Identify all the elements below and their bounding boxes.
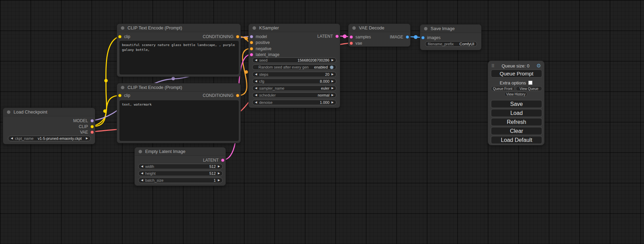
- drag-handle-icon[interactable]: ⠿: [491, 63, 495, 69]
- link-midpoint-dot[interactable]: [171, 77, 175, 80]
- height-widget[interactable]: ◀ height 512 ▶: [138, 171, 223, 176]
- gear-icon[interactable]: ⚙: [537, 63, 541, 69]
- prompt-textarea[interactable]: beautiful scenery nature glass bottle la…: [120, 41, 239, 74]
- input-slot-samples[interactable]: samples: [350, 35, 371, 39]
- image-output-dot[interactable]: [406, 35, 409, 39]
- node-title-bar[interactable]: CLIP Text Encode (Prompt): [117, 24, 240, 32]
- increment-arrow-icon[interactable]: ▶: [218, 165, 220, 168]
- decrement-arrow-icon[interactable]: ◀: [141, 165, 143, 168]
- link-midpoint-dot[interactable]: [104, 79, 108, 82]
- decrement-arrow-icon[interactable]: ◀: [141, 179, 143, 182]
- node-graph-canvas[interactable]: Load Checkpoint MODEL CLIP VAE ◀ ckpt_na…: [0, 0, 644, 244]
- latent-output-dot[interactable]: [221, 159, 224, 162]
- images-input-dot[interactable]: [421, 36, 425, 39]
- node-empty-latent-image[interactable]: Empty Latent Image LATENT ◀ width 512 ▶ …: [134, 147, 226, 186]
- save-button[interactable]: Save: [491, 100, 542, 108]
- seed-widget[interactable]: ◀ seed 156680208700286 ▶: [252, 57, 336, 63]
- decrement-arrow-icon[interactable]: ◀: [255, 94, 257, 97]
- node-clip-text-encode-positive[interactable]: CLIP Text Encode (Prompt) clip CONDITION…: [117, 24, 241, 77]
- node-collapse-dot[interactable]: [121, 26, 124, 30]
- node-ksampler[interactable]: KSampler model positive negative latent_…: [248, 24, 340, 108]
- decrement-arrow-icon[interactable]: ◀: [255, 101, 257, 104]
- input-slot-positive[interactable]: positive: [250, 40, 270, 45]
- vae-input-dot[interactable]: [350, 42, 353, 45]
- input-slot-clip[interactable]: clip: [118, 34, 130, 39]
- random-seed-toggle-widget[interactable]: Random seed after every gen enabled: [252, 64, 336, 70]
- node-collapse-dot[interactable]: [7, 110, 10, 114]
- scheduler-widget[interactable]: ◀ scheduler normal ▶: [252, 92, 336, 98]
- increment-arrow-icon[interactable]: ▶: [218, 179, 220, 182]
- decrement-arrow-icon[interactable]: ◀: [255, 80, 257, 83]
- increment-arrow-icon[interactable]: ▶: [332, 101, 334, 104]
- output-slot-conditioning[interactable]: CONDITIONING: [203, 93, 239, 98]
- node-title-bar[interactable]: CLIP Text Encode (Prompt): [117, 83, 240, 92]
- node-save-image[interactable]: Save Image images filename_prefix ComfyU…: [420, 24, 482, 50]
- queue-front-button[interactable]: Queue Front: [491, 86, 514, 91]
- batch-size-widget[interactable]: ◀ batch_size 1 ▶: [138, 178, 223, 183]
- output-slot-model[interactable]: MODEL: [73, 118, 94, 123]
- model-output-dot[interactable]: [90, 119, 94, 123]
- node-title-bar[interactable]: KSampler: [249, 24, 340, 32]
- latent-input-dot[interactable]: [250, 53, 253, 56]
- node-vae-decode[interactable]: VAE Decode samples vae IMAGE: [348, 24, 411, 47]
- increment-arrow-icon[interactable]: ▶: [332, 80, 334, 83]
- link-midpoint-dot[interactable]: [245, 37, 248, 40]
- node-clip-text-encode-negative[interactable]: CLIP Text Encode (Prompt) clip CONDITION…: [117, 83, 241, 143]
- toggle-dot[interactable]: [330, 65, 334, 69]
- ckpt-name-widget[interactable]: ◀ ckpt_name v1-5-pruned-emaonly.ckpt ▶: [8, 136, 91, 141]
- denoise-widget[interactable]: ◀ denoise 1.000 ▶: [252, 100, 336, 105]
- decrement-arrow-icon[interactable]: ◀: [255, 73, 257, 76]
- output-slot-latent[interactable]: LATENT: [317, 34, 339, 39]
- node-title-bar[interactable]: Empty Latent Image: [135, 147, 226, 156]
- node-load-checkpoint[interactable]: Load Checkpoint MODEL CLIP VAE ◀ ckpt_na…: [3, 108, 95, 144]
- output-slot-clip[interactable]: CLIP: [79, 124, 94, 129]
- steps-widget[interactable]: ◀ steps 20 ▶: [252, 72, 336, 77]
- decrement-arrow-icon[interactable]: ◀: [255, 59, 257, 62]
- conditioning-output-dot[interactable]: [236, 94, 239, 97]
- latent-output-dot[interactable]: [335, 35, 339, 38]
- input-slot-images[interactable]: images: [421, 35, 441, 40]
- decrement-arrow-icon[interactable]: ◀: [141, 172, 143, 175]
- output-slot-conditioning[interactable]: CONDITIONING: [203, 34, 239, 39]
- clip-input-dot[interactable]: [118, 35, 122, 38]
- increment-arrow-icon[interactable]: ▶: [86, 137, 88, 140]
- conditioning-output-dot[interactable]: [236, 35, 239, 38]
- node-title-bar[interactable]: VAE Decode: [349, 24, 410, 32]
- increment-arrow-icon[interactable]: ▶: [332, 87, 334, 90]
- node-collapse-dot[interactable]: [424, 27, 427, 30]
- load-default-button[interactable]: Load Default: [491, 136, 542, 144]
- width-widget[interactable]: ◀ width 512 ▶: [138, 164, 223, 169]
- vae-output-dot[interactable]: [90, 130, 94, 134]
- output-slot-latent[interactable]: LATENT: [203, 158, 224, 163]
- clip-output-dot[interactable]: [90, 125, 94, 128]
- node-collapse-dot[interactable]: [253, 26, 256, 30]
- refresh-button[interactable]: Refresh: [491, 118, 542, 126]
- link-midpoint-dot[interactable]: [103, 109, 107, 113]
- node-collapse-dot[interactable]: [352, 26, 356, 30]
- input-slot-negative[interactable]: negative: [250, 46, 271, 51]
- input-slot-model[interactable]: model: [250, 34, 267, 39]
- increment-arrow-icon[interactable]: ▶: [332, 73, 334, 76]
- node-title-bar[interactable]: Save Image: [420, 25, 481, 33]
- input-slot-clip[interactable]: clip: [118, 93, 130, 98]
- increment-arrow-icon[interactable]: ▶: [332, 59, 334, 62]
- node-collapse-dot[interactable]: [121, 86, 124, 89]
- link-midpoint-dot[interactable]: [245, 70, 248, 74]
- clear-button[interactable]: Clear: [491, 127, 542, 135]
- positive-input-dot[interactable]: [250, 41, 253, 44]
- decrement-arrow-icon[interactable]: ◀: [255, 87, 257, 90]
- queue-prompt-button[interactable]: Queue Prompt: [491, 70, 542, 78]
- clip-input-dot[interactable]: [118, 94, 122, 97]
- increment-arrow-icon[interactable]: ▶: [332, 94, 334, 97]
- input-slot-vae[interactable]: vae: [350, 41, 362, 46]
- output-slot-image[interactable]: IMAGE: [390, 35, 409, 39]
- load-button[interactable]: Load: [491, 109, 542, 117]
- decrement-arrow-icon[interactable]: ◀: [11, 137, 13, 140]
- cfg-widget[interactable]: ◀ cfg 8.000 ▶: [252, 79, 336, 84]
- view-history-button[interactable]: View History: [504, 92, 527, 97]
- extra-options-checkbox[interactable]: [528, 81, 532, 85]
- model-input-dot[interactable]: [250, 35, 253, 38]
- output-slot-vae[interactable]: VAE: [80, 130, 94, 135]
- input-slot-latent-image[interactable]: latent_image: [250, 52, 280, 57]
- node-title-bar[interactable]: Load Checkpoint: [3, 108, 95, 116]
